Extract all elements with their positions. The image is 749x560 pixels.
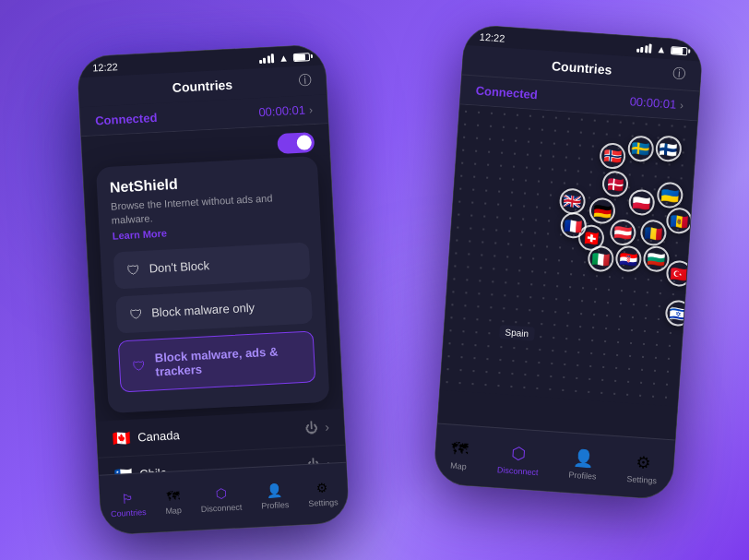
back-phone-signal [636, 42, 652, 53]
front-nav-disconnect-label: Disconnect [201, 502, 243, 513]
block-malware-label: Block malware only [151, 300, 256, 319]
front-nav-profiles-icon: 👤 [267, 482, 283, 497]
canada-flag: 🇨🇦 [112, 428, 131, 447]
front-phone-bottom-nav: 🏳 Countries 🗺 Map ⬡ Disconnect 👤 Profile… [99, 461, 349, 534]
back-phone-map: 🇳🇴 🇸🇪 🇫🇮 🇩🇰 🇩🇪 🇵🇱 🇺🇦 🇨🇭 🇦🇹 🇷🇴 🇲🇩 🇬🇧 🇫🇷 🇮… [440, 104, 697, 406]
front-nav-settings-label: Settings [308, 496, 339, 507]
front-phone-connected-label: Connected [95, 110, 158, 126]
back-nav-settings-label: Settings [626, 473, 657, 484]
front-nav-settings[interactable]: ⚙ Settings [307, 479, 339, 507]
dont-block-label: Don't Block [149, 258, 209, 275]
front-phone-wifi: ▲ [279, 52, 290, 64]
back-phone-wifi: ▲ [656, 43, 667, 55]
netshield-card: NetShield Browse the Internet without ad… [96, 155, 330, 412]
front-phone-signal [258, 54, 274, 64]
back-nav-profiles-label: Profiles [568, 470, 597, 481]
front-phone-info-icon[interactable]: ⓘ [298, 72, 312, 89]
front-phone-chevron: › [309, 102, 314, 115]
back-nav-disconnect-label: Disconnect [497, 464, 539, 476]
canada-name: Canada [137, 427, 180, 443]
front-phone-time: 12:22 [92, 61, 118, 73]
front-phone-title: Countries [172, 77, 232, 94]
phone-back: 12:22 ▲ Countries ⓘ Connected 00:00:01 [433, 23, 704, 500]
back-phone-info-icon[interactable]: ⓘ [672, 66, 686, 83]
back-nav-map[interactable]: 🗺 Map [450, 438, 469, 471]
phone-front: 12:22 ▲ Countries ⓘ Connected 00:00:01 [77, 43, 351, 535]
front-phone-time-display: 00:00:01 [258, 102, 305, 119]
back-phone-battery [671, 45, 688, 54]
front-nav-profiles[interactable]: 👤 Profiles [260, 482, 289, 510]
front-nav-disconnect[interactable]: ⬡ Disconnect [200, 484, 243, 513]
canada-action-icon[interactable]: ⏻ [304, 420, 318, 435]
front-nav-map[interactable]: 🗺 Map [164, 487, 182, 515]
flag-pin-tr: 🇹🇷 [665, 259, 693, 287]
back-phone-bottom-nav: 🗺 Map ⬡ Disconnect 👤 Profiles ⚙ Settings [434, 423, 675, 499]
back-phone-title: Countries [552, 58, 612, 77]
back-nav-disconnect[interactable]: ⬡ Disconnect [497, 441, 541, 476]
back-nav-settings-icon: ⚙ [635, 451, 650, 472]
front-nav-countries-icon: 🏳 [121, 490, 135, 506]
front-nav-map-icon: 🗺 [166, 487, 180, 503]
back-nav-profiles[interactable]: 👤 Profiles [568, 447, 598, 481]
front-nav-profiles-label: Profiles [261, 499, 289, 510]
back-nav-profiles-icon: 👤 [573, 447, 594, 468]
back-nav-map-label: Map [450, 460, 467, 471]
block-all-label: Block malware, ads & trackers [154, 342, 301, 377]
block-malware-icon: 🛡 [129, 305, 143, 321]
back-phone-time-display: 00:00:01 [629, 94, 677, 111]
netshield-toggle[interactable] [277, 132, 315, 154]
front-nav-countries[interactable]: 🏳 Countries [110, 489, 147, 518]
front-nav-map-label: Map [165, 505, 182, 515]
front-nav-countries-label: Countries [111, 506, 147, 518]
canada-chevron: › [325, 419, 330, 434]
scene: 12:22 ▲ Countries ⓘ Connected 00:00:01 [42, 22, 707, 539]
front-nav-settings-icon: ⚙ [316, 480, 329, 495]
spain-label: Spain [499, 325, 535, 341]
flag-pin-il: 🇮🇱 [664, 299, 692, 327]
option-block-malware[interactable]: 🛡 Block malware only [115, 286, 313, 333]
option-dont-block[interactable]: 🛡 Don't Block [113, 242, 311, 289]
back-nav-map-icon: 🗺 [450, 438, 468, 459]
back-phone-time: 12:22 [479, 30, 505, 43]
back-nav-settings[interactable]: ⚙ Settings [626, 450, 659, 484]
front-nav-disconnect-icon: ⬡ [215, 485, 227, 501]
back-phone-chevron: › [680, 98, 684, 111]
back-nav-disconnect-icon: ⬡ [511, 442, 527, 463]
dont-block-icon: 🛡 [126, 261, 140, 277]
option-block-all[interactable]: 🛡 Block malware, ads & trackers [118, 330, 316, 392]
back-phone-connected-label: Connected [475, 83, 538, 101]
block-all-icon: 🛡 [133, 357, 147, 373]
front-phone-battery [293, 52, 310, 61]
